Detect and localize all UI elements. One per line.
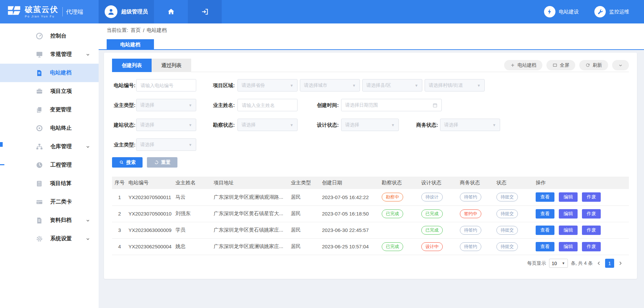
logout-button[interactable] bbox=[188, 0, 222, 23]
brand: 破茧云伏 Po Jian Yun Fu 代理端 bbox=[0, 0, 99, 23]
dashboard-icon bbox=[36, 161, 43, 169]
sidebar-item-change-management[interactable]: 变更管理 bbox=[0, 101, 99, 119]
tab-passed-list[interactable]: 通过列表 bbox=[152, 59, 191, 72]
cell-address: 广东深圳龙华区观澜镇姚家庄... bbox=[212, 238, 289, 255]
breadcrumb-home[interactable]: 首页 bbox=[130, 27, 141, 34]
search-button[interactable]: 搜索 bbox=[112, 157, 143, 168]
plus-icon bbox=[510, 63, 515, 68]
collapse-button[interactable] bbox=[612, 60, 629, 70]
chevron-down-icon: ▼ bbox=[189, 103, 192, 107]
cell-actions: 查看 编辑 作废 bbox=[534, 238, 629, 255]
brand-subtitle: Po Jian Yun Fu bbox=[25, 15, 58, 18]
owner-name-input[interactable] bbox=[237, 99, 298, 111]
province-select[interactable]: 请选择省份▼ bbox=[237, 79, 298, 91]
view-button[interactable]: 查看 bbox=[536, 192, 554, 202]
brand-logo-icon bbox=[7, 4, 21, 19]
cell-address: 广东深圳龙华区黄石镇姚家庄... bbox=[212, 222, 289, 238]
status-badge: 签约中 bbox=[460, 209, 481, 218]
station-code-input[interactable] bbox=[136, 79, 196, 91]
sidebar-item-project-initiation[interactable]: 项目立项 bbox=[0, 82, 99, 101]
void-button[interactable]: 作废 bbox=[582, 209, 601, 219]
file-icon bbox=[36, 69, 43, 77]
cell-index: 3 bbox=[112, 222, 127, 238]
cell-actions: 查看 编辑 作废 bbox=[534, 222, 629, 238]
chevron-down-icon: ▼ bbox=[352, 83, 356, 87]
fullscreen-button[interactable]: 全屏 bbox=[546, 60, 575, 70]
card-icon bbox=[36, 198, 43, 206]
build-status-select[interactable]: 请选择▼ bbox=[136, 119, 196, 131]
survey-status-select[interactable]: 请选择▼ bbox=[237, 119, 298, 131]
search-icon bbox=[119, 160, 124, 165]
calendar-icon bbox=[432, 103, 438, 108]
void-button[interactable]: 作废 bbox=[582, 226, 601, 235]
sidebar-item-project-settlement[interactable]: 项目结算 bbox=[0, 174, 99, 193]
gauge-icon bbox=[36, 32, 43, 40]
page-prev-button[interactable] bbox=[596, 261, 602, 266]
page-current[interactable]: 1 bbox=[605, 259, 614, 268]
quick-nav-station-build[interactable]: 电站建设 bbox=[544, 6, 579, 17]
total-count-label: 条, 共 4 条 bbox=[571, 260, 593, 266]
owner-name-label: 业主姓名: bbox=[211, 99, 235, 111]
status-badge: 待签约 bbox=[460, 242, 481, 251]
edit-button[interactable]: 编辑 bbox=[559, 242, 578, 251]
edit-button[interactable]: 编辑 bbox=[559, 226, 578, 235]
void-button[interactable]: 作废 bbox=[582, 242, 601, 251]
sidebar-item-data-archive[interactable]: 资料归档 bbox=[0, 211, 99, 230]
sidebar-item-system-settings[interactable]: 系统设置 bbox=[0, 230, 99, 248]
sidebar-item-warehouse-management[interactable]: 仓库管理 bbox=[0, 137, 99, 156]
sidebar-item-station-termination[interactable]: 电站终止 bbox=[0, 119, 99, 137]
table-row: 1 YX2023070500011 马云 广东深圳龙华区观澜镇观湖路... 居民… bbox=[112, 189, 629, 205]
sidebar-item-station-filing[interactable]: 电站建档 bbox=[0, 64, 99, 82]
edit-button[interactable]: 编辑 bbox=[559, 209, 578, 219]
breadcrumb-separator: / bbox=[143, 27, 144, 33]
design-status-select[interactable]: 请选择▼ bbox=[341, 119, 399, 131]
refresh-button[interactable]: 刷新 bbox=[579, 60, 608, 70]
view-button[interactable]: 查看 bbox=[536, 242, 554, 251]
county-select[interactable]: 请选择县/区▼ bbox=[362, 79, 422, 91]
cell-station-code: YX2023070500010 bbox=[127, 205, 174, 222]
create-time-range-input[interactable]: 请选择日期范围 bbox=[341, 99, 442, 111]
sidebar-item-dashboard[interactable]: 控制台 bbox=[0, 27, 99, 45]
edit-button[interactable]: 编辑 bbox=[559, 192, 578, 202]
breadcrumb: 当前位置: 首页 / 电站建档 bbox=[107, 27, 167, 34]
sidebar-item-general-management[interactable]: 常规管理 bbox=[0, 45, 99, 64]
col-status: 状态 bbox=[495, 177, 534, 189]
sidebar-item-engineering-management[interactable]: 工程管理 bbox=[0, 156, 99, 174]
cell-created: 2023-07-05 16:18:50 bbox=[321, 205, 380, 222]
calculator-icon bbox=[36, 180, 43, 187]
cell-address: 广东深圳龙华区黄石镇星官大... bbox=[212, 205, 289, 222]
quick-nav-label: 电站建设 bbox=[559, 9, 579, 15]
avatar bbox=[105, 5, 117, 18]
town-select[interactable]: 请选择村镇/街道▼ bbox=[425, 79, 485, 91]
tab-create-list[interactable]: 创建列表 bbox=[112, 59, 152, 72]
cell-owner-type: 居民 bbox=[289, 238, 321, 255]
reset-button[interactable]: 重置 bbox=[147, 157, 177, 168]
view-button[interactable]: 查看 bbox=[536, 209, 554, 219]
col-design-status: 设计状态 bbox=[420, 177, 459, 189]
col-index: 序号 bbox=[112, 177, 127, 189]
sidebar-item-type2-card[interactable]: 开二类卡 bbox=[0, 193, 99, 211]
owner-type-select[interactable]: 请选择▼ bbox=[136, 99, 196, 111]
view-button[interactable]: 查看 bbox=[536, 226, 554, 235]
main-content: 当前位置: 首页 / 电站建档 电站建档 创建列表 通过列表 电站建档 全屏 bbox=[99, 23, 644, 308]
chevron-down-icon bbox=[86, 219, 90, 223]
scroll-indicator bbox=[0, 142, 3, 147]
create-station-button[interactable]: 电站建档 bbox=[504, 60, 542, 70]
brand-divider bbox=[62, 7, 63, 16]
cell-owner-name: 刘强东 bbox=[174, 205, 212, 222]
business-status-select[interactable]: 请选择▼ bbox=[440, 119, 500, 131]
page-next-button[interactable] bbox=[617, 261, 624, 266]
per-page-select[interactable]: 10 ▼ bbox=[549, 259, 568, 268]
user-menu[interactable]: 超级管理员 bbox=[99, 0, 154, 23]
cell-station-code: YX2023070500011 bbox=[127, 189, 174, 205]
owner-type2-select[interactable]: 请选择▼ bbox=[136, 138, 196, 151]
quick-nav-monitor-ops[interactable]: 监控运维 bbox=[594, 6, 629, 17]
scroll-indicator bbox=[0, 164, 4, 165]
home-icon bbox=[167, 8, 175, 16]
cell-survey-empty bbox=[380, 222, 420, 238]
void-button[interactable]: 作废 bbox=[582, 192, 601, 202]
home-button[interactable] bbox=[154, 0, 188, 23]
city-select[interactable]: 请选择城市▼ bbox=[300, 79, 360, 91]
page-tab-station-filing[interactable]: 电站建档 bbox=[107, 39, 154, 50]
status-badge: 已完成 bbox=[421, 226, 443, 235]
